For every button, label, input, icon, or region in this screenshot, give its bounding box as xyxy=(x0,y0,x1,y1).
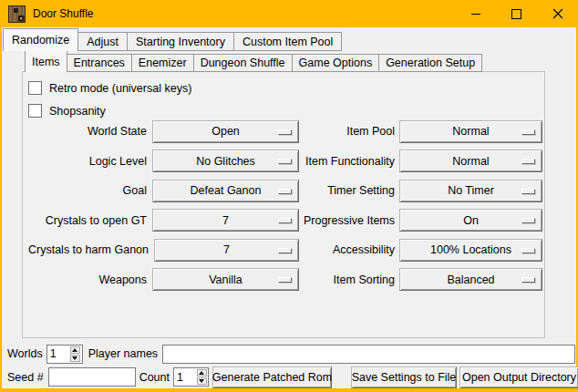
spin-up-icon xyxy=(72,348,77,352)
open-output-directory-label: Open Output Directory xyxy=(462,371,576,384)
weapons-dropdown[interactable]: Vanilla xyxy=(152,268,299,291)
tab-enemizer-label: Enemizer xyxy=(139,57,187,69)
window-title: Door Shuffle xyxy=(33,7,94,20)
tab-game-options-label: Game Options xyxy=(299,57,373,69)
tab-entrances[interactable]: Entrances xyxy=(67,54,132,72)
worlds-spinner[interactable] xyxy=(46,345,83,364)
seed-row: Seed # Count Generate Patched Rom Save S… xyxy=(7,366,578,388)
progressive-items-dropdown[interactable]: On xyxy=(399,209,542,232)
tab-entrances-label: Entrances xyxy=(74,57,125,69)
crystals-open-gt-value: 7 xyxy=(222,214,229,227)
world-state-label: World State xyxy=(28,125,147,138)
open-output-directory-button[interactable]: Open Output Directory xyxy=(459,366,578,388)
tab-game-options[interactable]: Game Options xyxy=(292,54,380,72)
retro-mode-checkbox[interactable] xyxy=(28,81,42,95)
goal-label: Goal xyxy=(28,184,147,197)
seed-input[interactable] xyxy=(48,367,136,387)
count-spin-up[interactable] xyxy=(197,369,207,377)
tab-generation-setup[interactable]: Generation Setup xyxy=(378,54,482,72)
minimize-icon xyxy=(471,14,480,15)
progressive-items-label: Progressive Items xyxy=(302,214,395,227)
maximize-icon xyxy=(511,9,521,19)
spin-down-icon xyxy=(199,379,204,383)
progressive-items-value: On xyxy=(463,214,479,227)
item-functionality-dropdown[interactable]: Normal xyxy=(399,150,542,172)
count-input[interactable] xyxy=(174,368,196,386)
tab-items[interactable]: Items xyxy=(25,50,67,72)
crystals-harm-ganon-dropdown[interactable]: 7 xyxy=(154,239,299,262)
accessibility-label: Accessibility xyxy=(302,243,395,256)
player-names-input[interactable] xyxy=(162,345,575,364)
dropdown-indicator-icon xyxy=(521,129,535,135)
goal-value: Defeat Ganon xyxy=(191,184,262,197)
logic-level-value: No Glitches xyxy=(196,155,255,168)
count-label: Count xyxy=(139,371,170,384)
tab-dungeon-shuffle-label: Dungeon Shuffle xyxy=(201,57,285,69)
item-sorting-label: Item Sorting xyxy=(302,273,395,286)
worlds-label: Worlds xyxy=(7,347,43,360)
item-pool-value: Normal xyxy=(452,125,489,138)
dropdown-indicator-icon xyxy=(521,248,535,253)
crystals-open-gt-dropdown[interactable]: 7 xyxy=(152,209,299,232)
world-state-dropdown[interactable]: Open xyxy=(152,120,299,143)
logic-level-label: Logic Level xyxy=(28,155,147,168)
tab-starting-inventory[interactable]: Starting Inventory xyxy=(127,32,234,51)
tab-custom-item-pool-label: Custom Item Pool xyxy=(243,36,333,48)
save-settings-button[interactable]: Save Settings to File xyxy=(351,366,457,388)
shopsanity-label: Shopsanity xyxy=(49,105,106,118)
weapons-label: Weapons xyxy=(28,273,147,286)
close-button[interactable] xyxy=(537,0,578,27)
item-pool-label: Item Pool xyxy=(302,125,395,138)
timer-setting-dropdown[interactable]: No Timer xyxy=(399,180,542,202)
tab-adjust[interactable]: Adjust xyxy=(77,32,128,51)
seed-label: Seed # xyxy=(7,371,44,384)
tab-dungeon-shuffle[interactable]: Dungeon Shuffle xyxy=(193,54,293,72)
close-icon xyxy=(552,8,563,19)
items-tab-page: Retro mode (universal keys) Shopsanity W… xyxy=(22,71,545,338)
dropdown-indicator-icon xyxy=(278,218,292,223)
dropdown-indicator-icon xyxy=(278,189,292,194)
weapons-value: Vanilla xyxy=(209,273,243,286)
sub-tab-bar: Items Entrances Enemizer Dungeon Shuffle… xyxy=(25,50,482,72)
item-sorting-dropdown[interactable]: Balanced xyxy=(399,268,542,291)
maximize-button[interactable] xyxy=(496,0,537,27)
accessibility-dropdown[interactable]: 100% Locations xyxy=(399,239,542,262)
door-icon xyxy=(8,5,26,23)
item-functionality-label: Item Functionality xyxy=(302,155,395,168)
generate-patched-rom-label: Generate Patched Rom xyxy=(212,371,332,384)
titlebar[interactable]: Door Shuffle xyxy=(0,0,578,27)
spin-up-icon xyxy=(199,371,204,375)
tab-custom-item-pool[interactable]: Custom Item Pool xyxy=(233,32,342,51)
item-pool-dropdown[interactable]: Normal xyxy=(399,120,542,143)
tab-generation-setup-label: Generation Setup xyxy=(386,57,475,69)
crystals-open-gt-label: Crystals to open GT xyxy=(28,214,147,227)
worlds-input[interactable] xyxy=(47,346,69,363)
generate-patched-rom-button[interactable]: Generate Patched Rom xyxy=(212,366,332,388)
logic-level-dropdown[interactable]: No Glitches xyxy=(152,150,299,172)
tab-starting-inventory-label: Starting Inventory xyxy=(136,36,225,48)
dropdown-indicator-icon xyxy=(278,129,292,135)
count-spinner[interactable] xyxy=(173,367,209,387)
timer-setting-label: Timer Setting xyxy=(302,184,395,197)
dropdown-indicator-icon xyxy=(521,218,535,223)
main-tab-bar: Randomize Adjust Starting Inventory Cust… xyxy=(3,28,342,51)
minimize-button[interactable] xyxy=(455,0,496,27)
tab-randomize[interactable]: Randomize xyxy=(3,28,78,51)
shopsanity-checkbox[interactable] xyxy=(28,104,42,118)
dropdown-indicator-icon xyxy=(278,277,292,283)
worlds-spin-up[interactable] xyxy=(70,346,80,354)
spin-down-icon xyxy=(72,356,77,360)
world-state-value: Open xyxy=(212,125,240,138)
item-functionality-value: Normal xyxy=(452,155,489,168)
count-spin-down[interactable] xyxy=(197,377,207,385)
tab-enemizer[interactable]: Enemizer xyxy=(131,54,194,72)
goal-dropdown[interactable]: Defeat Ganon xyxy=(152,180,299,202)
retro-mode-label: Retro mode (universal keys) xyxy=(49,82,191,95)
item-sorting-value: Balanced xyxy=(447,273,494,286)
options-left-column: World State Open Logic Level No Glitches… xyxy=(28,117,299,294)
crystals-harm-ganon-label: Crystals to harm Ganon xyxy=(28,243,149,256)
player-names-label: Player names xyxy=(88,347,158,360)
window-border-bottom xyxy=(0,388,578,392)
retro-mode-row: Retro mode (universal keys) xyxy=(28,77,191,99)
worlds-spin-down[interactable] xyxy=(70,355,80,362)
